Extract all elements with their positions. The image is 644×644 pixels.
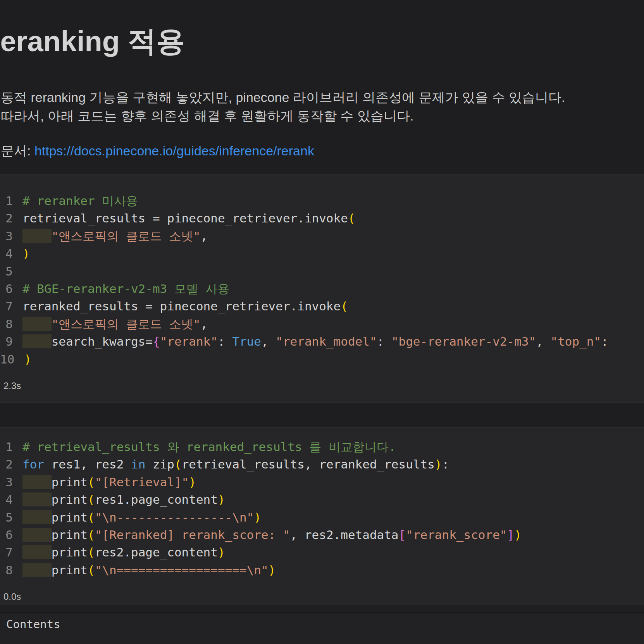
token-p1: ) bbox=[218, 545, 225, 559]
token-str: "\n----------------\n" bbox=[95, 510, 254, 524]
code-line[interactable]: 9 search_kwargs={"rerank": True, "rerank… bbox=[0, 333, 644, 350]
code-line[interactable]: 7 print(res2.page_content) bbox=[0, 544, 644, 561]
token-txt: print bbox=[52, 510, 88, 524]
code-text: print("\n==================\n") bbox=[13, 561, 276, 579]
code-editor-2[interactable]: 1# retrieval_results 와 reranked_results … bbox=[0, 438, 644, 579]
token-p1: ( bbox=[88, 492, 95, 506]
token-txt: : bbox=[601, 334, 608, 348]
code-cell-2[interactable]: 1# retrieval_results 와 reranked_results … bbox=[0, 427, 644, 605]
line-number: 4 bbox=[0, 491, 13, 508]
token-str: "[Retrieval]" bbox=[95, 475, 189, 489]
indent-highlight bbox=[22, 563, 52, 577]
token-txt: , bbox=[536, 334, 550, 348]
token-txt: reranked_results = pinecone_retriever.in… bbox=[22, 299, 341, 313]
cell-gap bbox=[0, 605, 644, 612]
line-number: 2 bbox=[0, 210, 13, 227]
indent-highlight bbox=[22, 492, 52, 506]
code-text: # retrieval_results 와 reranked_results 를… bbox=[13, 438, 396, 456]
token-str: "앤스로픽의 클로드 소넷" bbox=[52, 317, 201, 331]
code-line[interactable]: 5 bbox=[0, 263, 644, 280]
token-p1: ) bbox=[189, 475, 196, 489]
token-p1: ) bbox=[254, 510, 261, 524]
indent-highlight bbox=[22, 528, 52, 542]
token-txt: , res2.metadata bbox=[290, 528, 399, 542]
token-txt: , bbox=[200, 229, 208, 243]
token-txt: res2.page_content bbox=[95, 545, 218, 559]
code-line[interactable]: 10) bbox=[0, 351, 644, 368]
doc-label: 문서: bbox=[1, 143, 34, 158]
token-p1: ( bbox=[88, 528, 95, 542]
code-line[interactable]: 6 print("[Reranked] rerank_score: ", res… bbox=[0, 526, 644, 544]
indent-highlight bbox=[22, 475, 52, 489]
code-line[interactable]: 2for res1, res2 in zip(retrieval_results… bbox=[0, 456, 644, 473]
code-line[interactable]: 6# BGE-reranker-v2-m3 모델 사용 bbox=[0, 280, 644, 298]
code-line[interactable]: 3 "앤스로픽의 클로드 소넷", bbox=[0, 227, 644, 245]
line-number: 9 bbox=[0, 333, 13, 350]
indent-highlight bbox=[22, 317, 52, 331]
code-editor-1[interactable]: 1# reranker 미사용2retrieval_results = pine… bbox=[0, 192, 644, 368]
token-txt: print bbox=[52, 492, 88, 506]
indent-highlight bbox=[22, 510, 52, 524]
token-p1: ) bbox=[24, 352, 31, 366]
line-number: 7 bbox=[0, 298, 13, 315]
paragraph-line-1: 동적 reranking 기능을 구현해 놓았지만, pinecone 라이브러… bbox=[1, 90, 565, 105]
code-line[interactable]: 8 "앤스로픽의 클로드 소넷", bbox=[0, 315, 644, 333]
line-number: 5 bbox=[0, 509, 13, 526]
code-text: # BGE-reranker-v2-m3 모델 사용 bbox=[13, 280, 230, 298]
token-kw: True bbox=[232, 334, 261, 348]
contents-label: Contents bbox=[6, 618, 644, 631]
doc-line: 문서: https://docs.pinecone.io/guides/infe… bbox=[1, 142, 644, 160]
line-number: 10 bbox=[0, 351, 14, 368]
code-line[interactable]: 1# reranker 미사용 bbox=[0, 192, 644, 210]
token-str: "[Reranked] rerank_score: " bbox=[95, 528, 290, 542]
code-line[interactable]: 2retrieval_results = pinecone_retriever.… bbox=[0, 210, 644, 227]
token-p1: ) bbox=[514, 528, 522, 542]
code-cell-1[interactable]: 1# reranker 미사용2retrieval_results = pine… bbox=[0, 174, 644, 403]
markdown-paragraph: 동적 reranking 기능을 구현해 놓았지만, pinecone 라이브러… bbox=[1, 88, 644, 125]
code-text: "앤스로픽의 클로드 소넷", bbox=[13, 227, 208, 245]
token-txt: print bbox=[52, 475, 88, 489]
page-title: Reranking 적용 bbox=[0, 26, 644, 58]
token-p1: ( bbox=[348, 211, 355, 225]
token-str: "\n==================\n" bbox=[95, 563, 269, 577]
code-line[interactable]: 1# retrieval_results 와 reranked_results … bbox=[0, 438, 644, 456]
token-p1: ) bbox=[435, 457, 442, 471]
token-str: "앤스로픽의 클로드 소넷" bbox=[52, 229, 201, 243]
token-txt: zip bbox=[145, 457, 174, 471]
token-p1: ) bbox=[269, 563, 276, 577]
code-text: ) bbox=[13, 245, 30, 262]
token-p1: ( bbox=[88, 475, 95, 489]
token-p1: ( bbox=[174, 457, 182, 471]
code-text: search_kwargs={"rerank": True, "rerank_m… bbox=[13, 333, 608, 350]
code-text: print(res2.page_content) bbox=[13, 544, 225, 561]
token-p1: ( bbox=[341, 299, 348, 313]
code-line[interactable]: 3 print("[Retrieval]") bbox=[0, 474, 644, 491]
code-text: retrieval_results = pinecone_retriever.i… bbox=[13, 210, 355, 227]
doc-link[interactable]: https://docs.pinecone.io/guides/inferenc… bbox=[34, 143, 314, 158]
token-txt: : bbox=[377, 334, 391, 348]
execution-time-2: 0.0s bbox=[0, 591, 644, 602]
token-str: "top_n" bbox=[550, 334, 601, 348]
code-text: print("[Retrieval]") bbox=[13, 474, 196, 491]
code-line[interactable]: 8 print("\n==================\n") bbox=[0, 561, 644, 579]
token-kw: for bbox=[22, 457, 44, 471]
token-p1: ( bbox=[88, 545, 95, 559]
code-text: ) bbox=[14, 351, 31, 368]
line-number: 2 bbox=[0, 456, 13, 473]
indent-highlight bbox=[22, 229, 52, 243]
code-line[interactable]: 7reranked_results = pinecone_retriever.i… bbox=[0, 298, 644, 315]
code-line[interactable]: 4 print(res1.page_content) bbox=[0, 491, 644, 508]
token-txt: print bbox=[52, 528, 88, 542]
token-txt: , bbox=[261, 334, 276, 348]
code-text bbox=[13, 263, 22, 280]
code-line[interactable]: 5 print("\n----------------\n") bbox=[0, 509, 644, 526]
token-p1: ) bbox=[218, 492, 225, 506]
code-text: print("[Reranked] rerank_score: ", res2.… bbox=[13, 526, 522, 544]
line-number: 6 bbox=[0, 526, 13, 544]
token-com: # reranker 미사용 bbox=[22, 194, 138, 208]
token-p1: ( bbox=[88, 563, 95, 577]
token-txt: retrieval_results = pinecone_retriever.i… bbox=[22, 211, 348, 225]
token-txt: res1.page_content bbox=[95, 492, 218, 506]
token-p1: ) bbox=[22, 246, 30, 260]
code-line[interactable]: 4) bbox=[0, 245, 644, 262]
